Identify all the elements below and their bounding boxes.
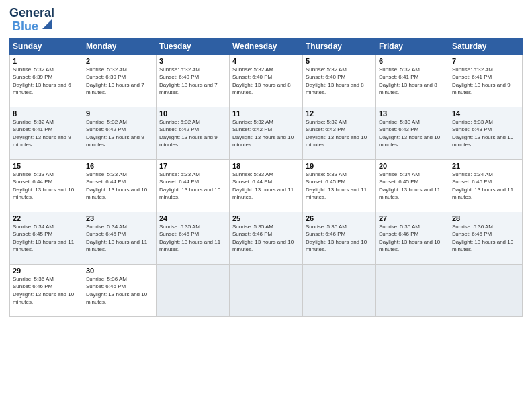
col-header-friday: Friday <box>376 38 449 54</box>
day-info: Sunrise: 5:32 AMSunset: 6:43 PMDaylight:… <box>306 118 373 149</box>
day-number: 23 <box>86 214 153 222</box>
day-info: Sunrise: 5:34 AMSunset: 6:45 PMDaylight:… <box>13 223 80 254</box>
day-number: 7 <box>452 57 519 65</box>
week-row-1: 8Sunrise: 5:32 AMSunset: 6:41 PMDaylight… <box>10 107 523 159</box>
day-cell: 30Sunrise: 5:36 AMSunset: 6:46 PMDayligh… <box>83 264 157 316</box>
day-info: Sunrise: 5:32 AMSunset: 6:41 PMDaylight:… <box>452 66 519 97</box>
day-cell: 1Sunrise: 5:32 AMSunset: 6:39 PMDaylight… <box>10 54 83 107</box>
day-number: 11 <box>232 109 300 118</box>
day-cell: 12Sunrise: 5:32 AMSunset: 6:43 PMDayligh… <box>303 107 376 159</box>
day-cell: 14Sunrise: 5:33 AMSunset: 6:43 PMDayligh… <box>449 107 523 159</box>
col-header-saturday: Saturday <box>449 38 523 54</box>
day-cell: 10Sunrise: 5:32 AMSunset: 6:42 PMDayligh… <box>157 107 230 159</box>
logo: General Blue <box>9 7 54 34</box>
day-number: 1 <box>13 57 80 65</box>
day-cell: 4Sunrise: 5:32 AMSunset: 6:40 PMDaylight… <box>230 54 303 107</box>
day-number: 26 <box>306 214 373 222</box>
day-info: Sunrise: 5:33 AMSunset: 6:43 PMDaylight:… <box>452 118 519 149</box>
week-row-2: 15Sunrise: 5:33 AMSunset: 6:44 PMDayligh… <box>10 159 523 212</box>
day-cell: 22Sunrise: 5:34 AMSunset: 6:45 PMDayligh… <box>10 212 83 264</box>
day-info: Sunrise: 5:32 AMSunset: 6:41 PMDaylight:… <box>13 118 80 149</box>
day-info: Sunrise: 5:33 AMSunset: 6:44 PMDaylight:… <box>232 171 300 201</box>
day-number: 13 <box>379 109 446 118</box>
day-info: Sunrise: 5:36 AMSunset: 6:46 PMDaylight:… <box>86 275 153 306</box>
day-number: 8 <box>13 109 80 118</box>
day-cell <box>376 264 449 316</box>
day-cell: 25Sunrise: 5:35 AMSunset: 6:46 PMDayligh… <box>230 212 303 264</box>
day-info: Sunrise: 5:34 AMSunset: 6:45 PMDaylight:… <box>379 171 446 201</box>
day-number: 3 <box>159 57 226 65</box>
day-info: Sunrise: 5:32 AMSunset: 6:39 PMDaylight:… <box>86 66 153 97</box>
day-info: Sunrise: 5:32 AMSunset: 6:40 PMDaylight:… <box>232 66 300 97</box>
day-cell: 6Sunrise: 5:32 AMSunset: 6:41 PMDaylight… <box>376 54 449 107</box>
day-number: 21 <box>452 162 519 170</box>
day-info: Sunrise: 5:35 AMSunset: 6:46 PMDaylight:… <box>379 223 446 254</box>
day-info: Sunrise: 5:35 AMSunset: 6:46 PMDaylight:… <box>306 223 373 254</box>
header-row: SundayMondayTuesdayWednesdayThursdayFrid… <box>10 38 523 54</box>
day-number: 14 <box>452 109 519 118</box>
day-info: Sunrise: 5:33 AMSunset: 6:43 PMDaylight:… <box>379 118 446 149</box>
day-cell: 21Sunrise: 5:34 AMSunset: 6:45 PMDayligh… <box>449 159 523 212</box>
day-info: Sunrise: 5:34 AMSunset: 6:45 PMDaylight:… <box>86 223 153 254</box>
day-number: 6 <box>379 57 446 65</box>
day-cell: 11Sunrise: 5:32 AMSunset: 6:42 PMDayligh… <box>230 107 303 159</box>
day-cell: 17Sunrise: 5:33 AMSunset: 6:44 PMDayligh… <box>157 159 230 212</box>
col-header-thursday: Thursday <box>303 38 376 54</box>
day-info: Sunrise: 5:32 AMSunset: 6:42 PMDaylight:… <box>86 118 153 149</box>
day-info: Sunrise: 5:32 AMSunset: 6:41 PMDaylight:… <box>379 66 446 97</box>
day-cell <box>449 264 523 316</box>
day-cell: 7Sunrise: 5:32 AMSunset: 6:41 PMDaylight… <box>449 54 523 107</box>
logo-text-blue: Blue <box>12 20 38 34</box>
day-info: Sunrise: 5:32 AMSunset: 6:39 PMDaylight:… <box>13 66 80 97</box>
day-number: 25 <box>232 214 300 222</box>
day-cell: 23Sunrise: 5:34 AMSunset: 6:45 PMDayligh… <box>83 212 157 264</box>
day-cell: 20Sunrise: 5:34 AMSunset: 6:45 PMDayligh… <box>376 159 449 212</box>
day-info: Sunrise: 5:32 AMSunset: 6:42 PMDaylight:… <box>232 118 300 149</box>
day-number: 4 <box>232 57 300 65</box>
day-cell: 5Sunrise: 5:32 AMSunset: 6:40 PMDaylight… <box>303 54 376 107</box>
day-number: 10 <box>159 109 226 118</box>
day-cell <box>157 264 230 316</box>
day-number: 9 <box>86 109 153 118</box>
week-row-4: 29Sunrise: 5:36 AMSunset: 6:46 PMDayligh… <box>10 264 523 316</box>
day-cell: 9Sunrise: 5:32 AMSunset: 6:42 PMDaylight… <box>83 107 157 159</box>
header: General Blue <box>9 7 523 34</box>
day-number: 5 <box>306 57 373 65</box>
svg-marker-0 <box>42 19 52 29</box>
day-cell: 28Sunrise: 5:36 AMSunset: 6:46 PMDayligh… <box>449 212 523 264</box>
day-info: Sunrise: 5:33 AMSunset: 6:44 PMDaylight:… <box>86 171 153 201</box>
day-info: Sunrise: 5:35 AMSunset: 6:46 PMDaylight:… <box>232 223 300 254</box>
col-header-wednesday: Wednesday <box>230 38 303 54</box>
day-cell: 24Sunrise: 5:35 AMSunset: 6:46 PMDayligh… <box>157 212 230 264</box>
col-header-tuesday: Tuesday <box>157 38 230 54</box>
week-row-3: 22Sunrise: 5:34 AMSunset: 6:45 PMDayligh… <box>10 212 523 264</box>
day-info: Sunrise: 5:33 AMSunset: 6:44 PMDaylight:… <box>13 171 80 201</box>
page: General Blue SundayMondayTuesdayWednesda… <box>0 0 532 411</box>
day-info: Sunrise: 5:35 AMSunset: 6:46 PMDaylight:… <box>159 223 226 254</box>
day-cell: 15Sunrise: 5:33 AMSunset: 6:44 PMDayligh… <box>10 159 83 212</box>
day-cell: 8Sunrise: 5:32 AMSunset: 6:41 PMDaylight… <box>10 107 83 159</box>
day-info: Sunrise: 5:34 AMSunset: 6:45 PMDaylight:… <box>452 171 519 201</box>
day-info: Sunrise: 5:36 AMSunset: 6:46 PMDaylight:… <box>13 275 80 306</box>
day-number: 22 <box>13 214 80 222</box>
col-header-monday: Monday <box>83 38 157 54</box>
week-row-0: 1Sunrise: 5:32 AMSunset: 6:39 PMDaylight… <box>10 54 523 107</box>
day-number: 16 <box>86 162 153 170</box>
calendar-table: SundayMondayTuesdayWednesdayThursdayFrid… <box>9 38 523 317</box>
day-cell: 13Sunrise: 5:33 AMSunset: 6:43 PMDayligh… <box>376 107 449 159</box>
day-number: 18 <box>232 162 300 170</box>
day-cell: 26Sunrise: 5:35 AMSunset: 6:46 PMDayligh… <box>303 212 376 264</box>
day-number: 17 <box>159 162 226 170</box>
day-cell: 16Sunrise: 5:33 AMSunset: 6:44 PMDayligh… <box>83 159 157 212</box>
day-number: 29 <box>13 267 80 275</box>
day-number: 19 <box>306 162 373 170</box>
day-number: 27 <box>379 214 446 222</box>
day-info: Sunrise: 5:32 AMSunset: 6:42 PMDaylight:… <box>159 118 226 149</box>
day-cell: 29Sunrise: 5:36 AMSunset: 6:46 PMDayligh… <box>10 264 83 316</box>
day-info: Sunrise: 5:33 AMSunset: 6:45 PMDaylight:… <box>306 171 373 201</box>
day-info: Sunrise: 5:32 AMSunset: 6:40 PMDaylight:… <box>306 66 373 97</box>
day-number: 20 <box>379 162 446 170</box>
day-cell <box>303 264 376 316</box>
day-cell: 18Sunrise: 5:33 AMSunset: 6:44 PMDayligh… <box>230 159 303 212</box>
day-cell <box>230 264 303 316</box>
